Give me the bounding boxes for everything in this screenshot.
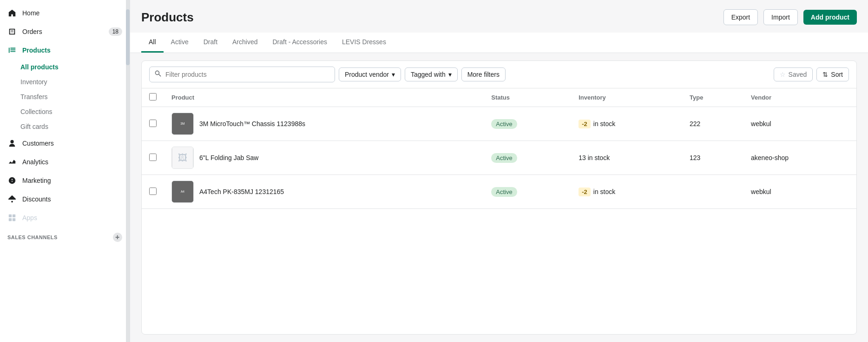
sales-channels-header: SALES CHANNELS + [0, 227, 130, 245]
inventory-column-header: Inventory [571, 88, 682, 107]
sort-button[interactable]: ⇅ Sort [816, 67, 849, 81]
chevron-down-icon: ▾ [448, 71, 452, 78]
sidebar-item-orders-label: Orders [22, 28, 42, 35]
main-content: Products Export Import Add product All A… [130, 0, 868, 342]
products-icon [7, 46, 17, 55]
sidebar-subitem-all-products[interactable]: All products [0, 60, 130, 74]
sidebar-subitem-transfers[interactable]: Transfers [0, 89, 130, 104]
page-header: Products Export Import Add product [130, 0, 868, 33]
sidebar-scrollbar[interactable] [126, 0, 130, 342]
sidebar: Home Orders 18 Products All products Inv… [0, 0, 130, 342]
filters-bar: Product vendor ▾ Tagged with ▾ More filt… [142, 61, 856, 88]
select-all-checkbox[interactable] [149, 93, 157, 101]
tab-archived[interactable]: Archived [225, 33, 265, 53]
marketing-icon [7, 176, 17, 185]
tab-levis-dresses[interactable]: LEVIS Dresses [335, 33, 394, 53]
table-row[interactable]: 🖼 6"L Folding Jab Saw Active13 in stock1… [142, 141, 856, 175]
search-icon [154, 70, 162, 79]
svg-text:A4: A4 [181, 190, 184, 193]
product-column-header: Product [164, 88, 484, 107]
sidebar-item-apps[interactable]: Apps [0, 208, 130, 227]
sidebar-item-marketing[interactable]: Marketing [0, 171, 130, 190]
table-row[interactable]: A4 A4Tech PK-835MJ 12312165 Active -2 in… [142, 175, 856, 209]
search-box[interactable] [149, 67, 335, 82]
vendor-cell: webkul [743, 175, 856, 209]
products-table-card: Product vendor ▾ Tagged with ▾ More filt… [141, 60, 857, 335]
sidebar-item-analytics[interactable]: Analytics [0, 153, 130, 171]
row-checkbox-cell [142, 107, 164, 141]
product-cell: 🖼 6"L Folding Jab Saw [164, 141, 484, 175]
tab-draft[interactable]: Draft [196, 33, 225, 53]
import-button[interactable]: Import [763, 9, 798, 25]
page-title: Products [141, 10, 194, 25]
sidebar-item-home[interactable]: Home [0, 4, 130, 22]
tab-all[interactable]: All [141, 33, 164, 53]
product-vendor-filter[interactable]: Product vendor ▾ [339, 67, 401, 81]
add-product-button[interactable]: Add product [803, 10, 857, 25]
product-name: A4Tech PK-835MJ 12312165 [199, 188, 284, 195]
product-name: 6"L Folding Jab Saw [199, 154, 258, 161]
scrollbar-thumb [126, 9, 130, 65]
sidebar-item-customers-label: Customers [22, 140, 54, 147]
star-icon: ☆ [780, 71, 786, 78]
orders-icon [7, 27, 17, 36]
svg-rect-3 [13, 218, 15, 221]
vendor-column-header: Vendor [743, 88, 856, 107]
export-button[interactable]: Export [723, 9, 758, 25]
tab-active[interactable]: Active [164, 33, 196, 53]
product-info: 🖼 6"L Folding Jab Saw [171, 147, 476, 169]
sidebar-item-products-label: Products [22, 47, 51, 54]
orders-badge: 18 [109, 27, 122, 36]
inventory-cell: 13 in stock [571, 141, 682, 175]
select-all-header[interactable] [142, 88, 164, 107]
product-name: 3M MicroTouch™ Chassis 1123988s [199, 120, 305, 127]
sidebar-subitem-collections[interactable]: Collections [0, 104, 130, 119]
chevron-down-icon: ▾ [392, 71, 395, 78]
sidebar-item-discounts[interactable]: Discounts [0, 190, 130, 208]
analytics-icon [7, 157, 17, 167]
products-table-container: Product Status Inventory Type Vendor 3M … [142, 88, 856, 334]
sidebar-item-customers[interactable]: Customers [0, 134, 130, 153]
svg-rect-0 [9, 215, 12, 217]
row-checkbox[interactable] [149, 154, 157, 161]
type-column-header: Type [682, 88, 743, 107]
search-input[interactable] [165, 71, 330, 78]
status-cell: Active [484, 141, 571, 175]
type-cell: 222 [682, 107, 743, 141]
sidebar-item-apps-label: Apps [22, 214, 37, 221]
inventory-cell: -2 in stock [571, 175, 682, 209]
inventory-info: -2 in stock [579, 188, 675, 196]
more-filters-button[interactable]: More filters [461, 67, 506, 81]
inventory-badge: -2 [579, 188, 591, 196]
row-checkbox[interactable] [149, 120, 157, 127]
sort-icon: ⇅ [822, 71, 828, 78]
table-row[interactable]: 3M 3M MicroTouch™ Chassis 1123988s Activ… [142, 107, 856, 141]
saved-button[interactable]: ☆ Saved [774, 67, 813, 81]
customers-icon [7, 139, 17, 148]
svg-rect-2 [9, 218, 12, 221]
status-badge: Active [491, 187, 517, 197]
svg-text:3M: 3M [180, 122, 185, 125]
tabs-bar: All Active Draft Archived Draft - Access… [130, 33, 868, 53]
sidebar-item-orders[interactable]: Orders 18 [0, 22, 130, 41]
row-checkbox-cell [142, 141, 164, 175]
sidebar-subitem-inventory[interactable]: Inventory [0, 74, 130, 89]
sidebar-item-home-label: Home [22, 9, 39, 17]
type-cell [682, 175, 743, 209]
vendor-cell: webkul [743, 107, 856, 141]
product-info: 3M 3M MicroTouch™ Chassis 1123988s [171, 113, 476, 135]
tab-draft-accessories[interactable]: Draft - Accessories [265, 33, 335, 53]
add-sales-channel-button[interactable]: + [113, 233, 122, 242]
discounts-icon [7, 194, 17, 204]
row-checkbox-cell [142, 175, 164, 209]
row-checkbox[interactable] [149, 188, 157, 195]
inventory-text: in stock [593, 120, 615, 127]
apps-icon [7, 213, 17, 222]
sidebar-item-discounts-label: Discounts [22, 195, 51, 203]
status-cell: Active [484, 175, 571, 209]
sidebar-item-products[interactable]: Products [0, 41, 130, 60]
tagged-with-filter[interactable]: Tagged with ▾ [405, 67, 458, 81]
status-cell: Active [484, 107, 571, 141]
sidebar-subitem-gift-cards[interactable]: Gift cards [0, 119, 130, 134]
product-thumbnail: 3M [171, 113, 194, 135]
